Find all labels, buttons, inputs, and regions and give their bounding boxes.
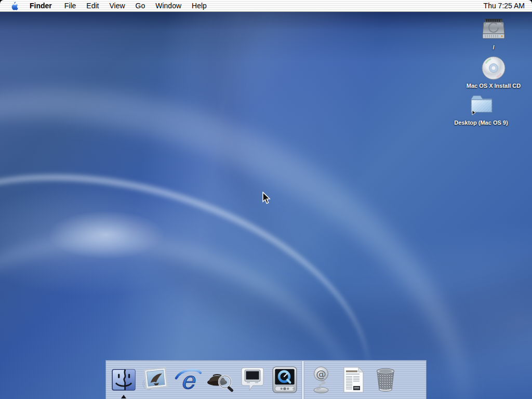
at-sign-spring-icon: @ <box>309 366 333 394</box>
menu-finder[interactable]: Finder <box>24 0 59 11</box>
dock-mac-os-x-news[interactable] <box>338 361 369 399</box>
blue-folder-icon <box>468 92 494 118</box>
menu-go[interactable]: Go <box>130 0 151 11</box>
finder-running-indicator <box>121 395 126 398</box>
menu-edit[interactable]: Edit <box>81 0 104 11</box>
svg-text:@: @ <box>316 368 326 380</box>
newspaper-document-icon <box>341 366 365 393</box>
dock-finder[interactable] <box>108 361 139 399</box>
dock-quicktime-player[interactable] <box>269 361 300 399</box>
finder-face-icon <box>111 367 137 393</box>
dock-trash[interactable] <box>370 361 401 399</box>
dock-internet-explorer[interactable]: e <box>172 361 204 399</box>
desktop-icon-hard-disk[interactable]: / <box>465 17 522 50</box>
desktop-icon-install-cd[interactable]: Mac OS X Install CD <box>465 55 522 89</box>
internet-explorer-e-icon: e <box>175 366 202 393</box>
dock-sherlock[interactable] <box>205 361 236 399</box>
menu-bar: Finder File Edit View Go Window Help Thu… <box>0 0 532 12</box>
wallpaper-swoosh <box>0 126 403 399</box>
hard-disk-icon <box>481 17 507 43</box>
display-bubble-icon <box>239 366 266 394</box>
dock: e <box>105 360 427 399</box>
wire-mesh-trash-icon <box>374 366 397 393</box>
quicktime-q-icon <box>271 366 299 394</box>
desktop-icon-label: / <box>493 44 494 50</box>
desktop-icon-label: Mac OS X Install CD <box>467 83 521 89</box>
sherlock-hat-magnifier-icon <box>206 367 235 393</box>
wallpaper-swoosh <box>0 11 532 399</box>
menu-window[interactable]: Window <box>150 0 187 11</box>
menu-view[interactable]: View <box>104 0 130 11</box>
dock-mail[interactable] <box>140 361 171 399</box>
dock-divider[interactable] <box>300 361 305 399</box>
dock-system-preferences[interactable] <box>237 361 268 399</box>
cd-disc-icon <box>481 55 507 81</box>
mail-stamp-icon <box>142 367 170 393</box>
menu-help[interactable]: Help <box>187 0 212 11</box>
wallpaper-swoosh <box>46 11 532 399</box>
desktop[interactable]: / Mac OS X In <box>0 11 532 399</box>
menu-file[interactable]: File <box>59 0 82 11</box>
desktop-icon-os9-folder[interactable]: Desktop (Mac OS 9) <box>453 92 510 126</box>
dock-apple-website-link[interactable]: @ <box>305 361 337 399</box>
apple-menu-icon[interactable] <box>10 2 18 10</box>
desktop-icon-label: Desktop (Mac OS 9) <box>454 119 508 126</box>
menu-clock[interactable]: Thu 7:25 AM <box>484 0 532 11</box>
mac-os-x-desktop-screen: Finder File Edit View Go Window Help Thu… <box>0 0 532 399</box>
